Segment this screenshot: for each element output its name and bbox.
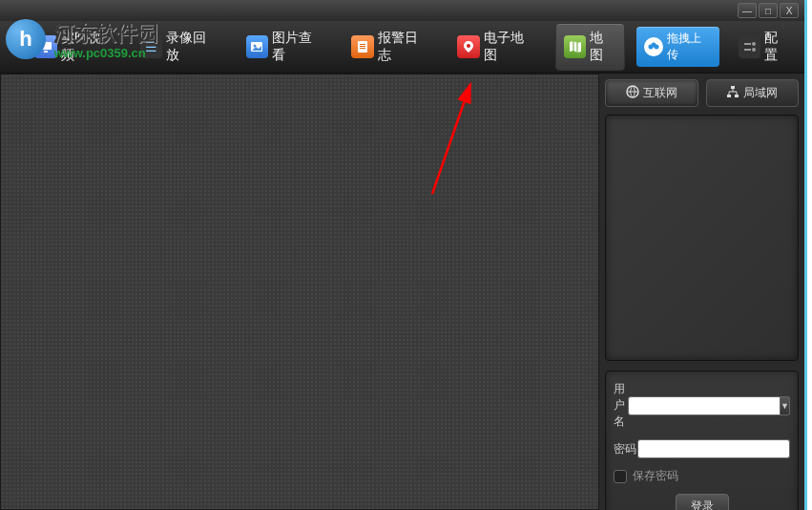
upload-label: 拖拽上传 (667, 31, 712, 63)
window-controls: — □ X (738, 3, 799, 18)
network-tabs: 互联网 局域网 (605, 79, 799, 107)
svg-rect-18 (735, 95, 739, 97)
username-label: 用户名 (614, 381, 628, 430)
svg-line-14 (432, 84, 470, 194)
svg-rect-6 (360, 46, 365, 47)
svg-point-13 (752, 48, 756, 52)
login-button[interactable]: 登录 (676, 494, 729, 510)
tab-label: 配置 (764, 30, 791, 64)
tab-lan[interactable]: 局域网 (706, 79, 800, 107)
tab-label: 录像回放 (166, 30, 219, 64)
save-password-row: 保存密码 (614, 468, 790, 484)
annotation-arrow-icon (394, 79, 509, 203)
content-area: 互联网 局域网 用户名 ▼ 密码 (0, 74, 804, 510)
svg-point-8 (467, 44, 470, 48)
login-panel: 用户名 ▼ 密码 保存密码 登录 (605, 371, 799, 510)
lan-icon (726, 85, 739, 101)
svg-rect-7 (360, 48, 365, 49)
emap-icon (457, 35, 480, 58)
password-label: 密码 (614, 441, 637, 457)
watermark-url: www.pc0359.cn (53, 46, 158, 60)
drag-upload-button[interactable]: 拖拽上传 (636, 27, 719, 67)
logo-icon: h (6, 19, 46, 59)
svg-point-11 (651, 43, 656, 48)
tab-map[interactable]: 地图 (555, 23, 625, 71)
device-list[interactable] (605, 115, 799, 361)
tab-label: 图片查看 (272, 30, 324, 64)
main-canvas (0, 74, 599, 510)
watermark-logo: h 河东软件园 www.pc0359.cn (6, 19, 158, 60)
tab-alarm-log[interactable]: 报警日志 (344, 26, 438, 68)
tab-label: 地图 (590, 30, 616, 64)
tab-image-view[interactable]: 图片查看 (239, 26, 333, 68)
save-password-checkbox[interactable] (614, 470, 627, 483)
tab-config[interactable]: 配置 (731, 26, 799, 68)
cloud-icon (644, 37, 663, 56)
save-password-label: 保存密码 (633, 468, 678, 484)
config-icon (739, 35, 761, 58)
right-panel: 互联网 局域网 用户名 ▼ 密码 (599, 74, 804, 510)
alarm-icon (351, 35, 374, 58)
tab-internet[interactable]: 互联网 (605, 79, 698, 107)
tab-label: 局域网 (743, 85, 778, 101)
svg-rect-5 (360, 44, 365, 45)
tab-electronic-map[interactable]: 电子地图 (449, 26, 544, 68)
password-input[interactable] (637, 439, 790, 458)
username-input[interactable] (628, 396, 781, 415)
titlebar: — □ X (0, 0, 804, 21)
tab-label: 互联网 (643, 85, 677, 101)
map-icon (564, 35, 587, 58)
svg-rect-17 (727, 95, 731, 97)
username-row: 用户名 ▼ (614, 381, 790, 430)
app-window: — □ X h 河东软件园 www.pc0359.cn 实时视频 ☰ 录像回放 … (0, 0, 807, 510)
watermark-title: 河东软件园 (53, 19, 158, 48)
image-icon (246, 35, 269, 58)
tab-label: 报警日志 (378, 30, 430, 64)
maximize-button[interactable]: □ (759, 3, 778, 18)
svg-point-12 (752, 42, 756, 46)
globe-icon (626, 85, 639, 101)
username-dropdown-arrow[interactable]: ▼ (781, 396, 790, 415)
tab-label: 电子地图 (484, 30, 536, 64)
svg-rect-16 (731, 86, 735, 89)
minimize-button[interactable]: — (738, 3, 757, 18)
password-row: 密码 (614, 439, 790, 458)
close-button[interactable]: X (780, 3, 799, 18)
